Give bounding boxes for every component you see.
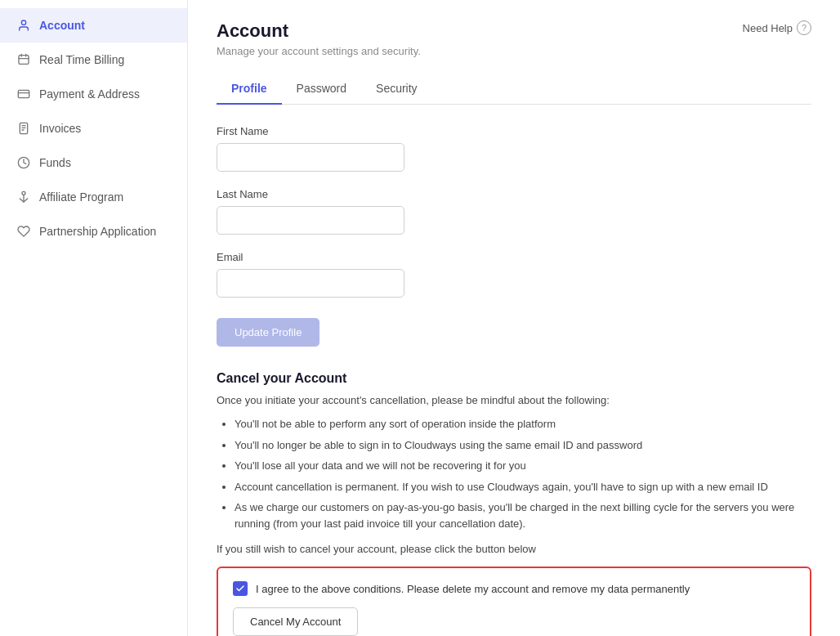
invoice-icon <box>16 121 31 136</box>
main-header: Account Manage your account settings and… <box>217 20 811 57</box>
sidebar-item-label: Payment & Address <box>39 87 140 101</box>
first-name-input[interactable] <box>217 143 404 172</box>
list-item: You'll not be able to perform any sort o… <box>235 416 811 432</box>
last-name-group: Last Name <box>217 188 811 235</box>
cancel-confirmation-box: I agree to the above conditions. Please … <box>217 567 811 636</box>
tabs: Profile Password Security <box>217 74 811 105</box>
sidebar-item-payment-address[interactable]: Payment & Address <box>0 77 187 111</box>
sidebar-item-label: Account <box>39 19 85 32</box>
svg-point-0 <box>21 20 25 25</box>
tab-profile[interactable]: Profile <box>217 74 282 105</box>
first-name-group: First Name <box>217 125 811 172</box>
user-icon <box>16 18 31 33</box>
email-group: Email <box>217 251 811 298</box>
list-item: Account cancellation is permanent. If yo… <box>235 479 811 495</box>
need-help-button[interactable]: Need Help ? <box>743 20 811 35</box>
cancel-account-section: Cancel your Account Once you initiate yo… <box>217 371 811 636</box>
first-name-label: First Name <box>217 125 811 137</box>
credit-card-icon <box>16 87 31 101</box>
tab-password[interactable]: Password <box>282 74 361 105</box>
sidebar-item-funds[interactable]: Funds <box>0 146 187 180</box>
list-item: As we charge our customers on pay-as-you… <box>235 499 811 531</box>
main-content: Account Manage your account settings and… <box>188 0 840 636</box>
sidebar-item-label: Real Time Billing <box>39 53 124 66</box>
partnership-icon <box>16 224 31 239</box>
list-item: You'll lose all your data and we will no… <box>235 458 811 474</box>
cancel-intro: Once you initiate your account's cancell… <box>217 394 811 406</box>
sidebar-item-invoices[interactable]: Invoices <box>0 111 187 146</box>
svg-rect-5 <box>18 90 29 97</box>
sidebar-item-label: Affiliate Program <box>39 190 123 204</box>
agreement-label: I agree to the above conditions. Please … <box>256 583 690 595</box>
sidebar-item-account[interactable]: Account <box>0 8 187 43</box>
svg-rect-1 <box>19 56 29 65</box>
last-name-label: Last Name <box>217 188 811 200</box>
cancel-click-text: If you still wish to cancel your account… <box>217 543 811 555</box>
agreement-checkbox-row: I agree to the above conditions. Please … <box>233 581 795 596</box>
sidebar: Account Real Time Billing Payment & Addr… <box>0 0 188 636</box>
cancel-section-title: Cancel your Account <box>217 371 811 386</box>
agreement-checkbox[interactable] <box>233 581 248 596</box>
affiliate-icon <box>16 190 31 204</box>
tab-security[interactable]: Security <box>361 74 432 105</box>
profile-form: First Name Last Name Email Update Profil… <box>217 125 811 371</box>
sidebar-item-real-time-billing[interactable]: Real Time Billing <box>0 43 187 77</box>
sidebar-item-label: Partnership Application <box>39 225 156 238</box>
title-group: Account Manage your account settings and… <box>217 20 421 57</box>
last-name-input[interactable] <box>217 206 404 235</box>
page-title: Account <box>217 20 421 42</box>
email-input[interactable] <box>217 269 404 298</box>
need-help-label: Need Help <box>743 22 793 34</box>
billing-icon <box>16 52 31 67</box>
sidebar-item-partnership-application[interactable]: Partnership Application <box>0 214 187 249</box>
sidebar-item-label: Funds <box>39 156 71 169</box>
email-label: Email <box>217 251 811 263</box>
help-icon: ? <box>797 20 811 35</box>
update-profile-button[interactable]: Update Profile <box>217 318 319 347</box>
list-item: You'll no longer be able to sign in to C… <box>235 437 811 454</box>
page-subtitle: Manage your account settings and securit… <box>217 45 421 57</box>
cancel-list: You'll not be able to perform any sort o… <box>217 416 811 531</box>
cancel-my-account-button[interactable]: Cancel My Account <box>233 607 358 636</box>
sidebar-item-affiliate-program[interactable]: Affiliate Program <box>0 180 187 214</box>
sidebar-item-label: Invoices <box>39 122 81 135</box>
funds-icon <box>16 155 31 170</box>
